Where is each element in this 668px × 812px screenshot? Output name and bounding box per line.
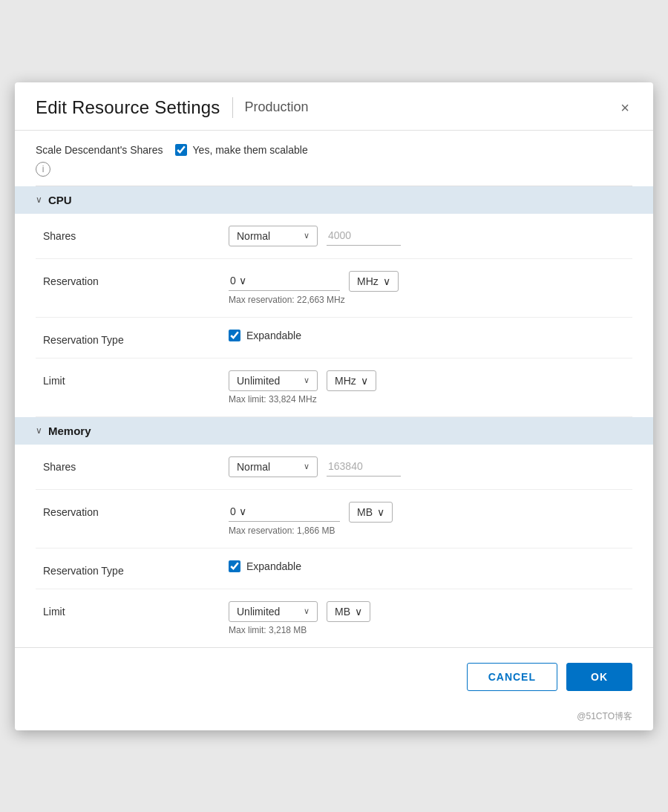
scale-label: Scale Descendant's Shares xyxy=(36,144,163,156)
cpu-reservation-type-label: Reservation Type xyxy=(36,330,229,346)
memory-section-label: Memory xyxy=(48,425,91,437)
memory-reservation-unit-select[interactable]: MB ∨ xyxy=(349,502,393,523)
memory-expandable-text: Expandable xyxy=(246,560,301,572)
cpu-limit-unit-select[interactable]: MHz ∨ xyxy=(327,370,376,391)
dialog-header: Edit Resource Settings Production × xyxy=(15,82,653,131)
cpu-reservation-value-select[interactable]: 0 ∨ xyxy=(229,271,340,291)
memory-limit-row: Limit Unlimited ∨ MB ∨ Max limit: 3,218 … xyxy=(36,589,632,647)
memory-reservation-input-row: 0 ∨ MB ∨ xyxy=(229,502,632,523)
memory-shares-chevron-icon: ∨ xyxy=(304,462,310,471)
dialog-subtitle: Production xyxy=(245,99,309,115)
header-divider xyxy=(232,97,233,118)
cpu-expandable-checkbox[interactable] xyxy=(229,330,240,341)
cpu-section-label: CPU xyxy=(48,194,72,206)
memory-reservation-content: 0 ∨ MB ∨ Max reservation: 1,866 MB xyxy=(229,502,632,536)
cpu-reservation-type-row: Reservation Type Expandable xyxy=(36,318,632,358)
cpu-reservation-input-row: 0 ∨ MHz ∨ xyxy=(229,271,632,292)
cpu-limit-content: Unlimited ∨ MHz ∨ Max limit: 33,824 MHz xyxy=(229,370,632,405)
cancel-button[interactable]: CANCEL xyxy=(467,663,557,691)
cpu-expandable-text: Expandable xyxy=(246,330,301,341)
cpu-reservation-hint: Max reservation: 22,663 MHz xyxy=(229,295,632,305)
cpu-limit-label: Limit xyxy=(36,370,229,387)
cpu-shares-chevron-icon: ∨ xyxy=(304,231,310,240)
memory-limit-unit-select[interactable]: MB ∨ xyxy=(327,601,370,622)
cpu-reservation-unit-chevron-icon: ∨ xyxy=(383,275,390,287)
cpu-shares-select[interactable]: Normal ∨ xyxy=(229,226,318,246)
close-button[interactable]: × xyxy=(618,97,632,118)
memory-limit-select[interactable]: Unlimited ∨ xyxy=(229,601,318,622)
cpu-limit-unit-chevron-icon: ∨ xyxy=(361,375,368,387)
cpu-reservation-content: 0 ∨ MHz ∨ Max reservation: 22,663 MHz xyxy=(229,271,632,305)
memory-reservation-unit-chevron-icon: ∨ xyxy=(377,506,384,518)
memory-reservation-label: Reservation xyxy=(36,502,229,518)
memory-reservation-hint: Max reservation: 1,866 MB xyxy=(229,525,632,536)
dialog-footer: CANCEL OK xyxy=(15,647,653,706)
cpu-section-header[interactable]: ∨ CPU xyxy=(15,186,653,214)
memory-reservation-row: Reservation 0 ∨ MB ∨ Max reservation: 1,… xyxy=(36,490,632,549)
cpu-expandable-wrap: Expandable xyxy=(229,330,632,341)
memory-shares-row: Shares Normal ∨ xyxy=(36,445,632,490)
cpu-shares-input-row: Normal ∨ xyxy=(229,226,632,246)
cpu-limit-select[interactable]: Unlimited ∨ xyxy=(229,370,318,391)
edit-resource-dialog: Edit Resource Settings Production × Scal… xyxy=(15,82,653,730)
scale-checkbox-text: Yes, make them scalable xyxy=(193,144,308,156)
memory-reservation-type-content: Expandable xyxy=(229,560,632,572)
memory-shares-select[interactable]: Normal ∨ xyxy=(229,456,318,477)
memory-limit-input-row: Unlimited ∨ MB ∨ xyxy=(229,601,632,622)
scale-section: Scale Descendant's Shares Yes, make them… xyxy=(36,131,632,186)
memory-section-header[interactable]: ∨ Memory xyxy=(15,417,653,445)
cpu-limit-row: Limit Unlimited ∨ MHz ∨ Max limit: 33,82… xyxy=(36,358,632,417)
memory-limit-chevron-icon: ∨ xyxy=(304,606,310,616)
cpu-reservation-chevron-icon: ∨ xyxy=(239,275,246,287)
cpu-limit-chevron-icon: ∨ xyxy=(304,376,310,385)
cpu-reservation-unit-select[interactable]: MHz ∨ xyxy=(349,271,399,292)
cpu-shares-row: Shares Normal ∨ xyxy=(36,214,632,259)
memory-expandable-wrap: Expandable xyxy=(229,560,632,572)
scale-checkbox-wrap: Yes, make them scalable xyxy=(175,144,308,156)
memory-limit-content: Unlimited ∨ MB ∨ Max limit: 3,218 MB xyxy=(229,601,632,635)
memory-shares-input-row: Normal ∨ xyxy=(229,456,632,477)
cpu-chevron-icon: ∨ xyxy=(36,194,42,205)
memory-reservation-type-label: Reservation Type xyxy=(36,560,229,577)
cpu-limit-hint: Max limit: 33,824 MHz xyxy=(229,394,632,405)
cpu-limit-input-row: Unlimited ∨ MHz ∨ xyxy=(229,370,632,391)
memory-limit-label: Limit xyxy=(36,601,229,618)
info-icon[interactable]: i xyxy=(36,162,50,177)
memory-expandable-checkbox[interactable] xyxy=(229,560,240,572)
cpu-reservation-row: Reservation 0 ∨ MHz ∨ Max reservation: 2… xyxy=(36,259,632,318)
cpu-shares-value-input[interactable] xyxy=(327,226,401,246)
memory-reservation-value-select[interactable]: 0 ∨ xyxy=(229,502,340,522)
cpu-shares-content: Normal ∨ xyxy=(229,226,632,246)
memory-shares-label: Shares xyxy=(36,456,229,473)
memory-reservation-type-row: Reservation Type Expandable xyxy=(36,549,632,589)
ok-button[interactable]: OK xyxy=(566,663,632,691)
memory-reservation-chevron-icon: ∨ xyxy=(239,505,246,517)
cpu-reservation-label: Reservation xyxy=(36,271,229,287)
cpu-reservation-type-content: Expandable xyxy=(229,330,632,341)
memory-limit-hint: Max limit: 3,218 MB xyxy=(229,625,632,635)
cpu-shares-label: Shares xyxy=(36,226,229,242)
dialog-title: Edit Resource Settings xyxy=(36,97,220,118)
memory-chevron-icon: ∨ xyxy=(36,425,42,436)
scale-row: Scale Descendant's Shares Yes, make them… xyxy=(36,144,632,156)
watermark: @51CTO博客 xyxy=(15,706,653,730)
dialog-body: Scale Descendant's Shares Yes, make them… xyxy=(15,131,653,647)
scale-checkbox[interactable] xyxy=(175,144,187,156)
memory-limit-unit-chevron-icon: ∨ xyxy=(355,606,362,618)
memory-shares-value-input[interactable] xyxy=(327,456,401,477)
memory-shares-content: Normal ∨ xyxy=(229,456,632,477)
